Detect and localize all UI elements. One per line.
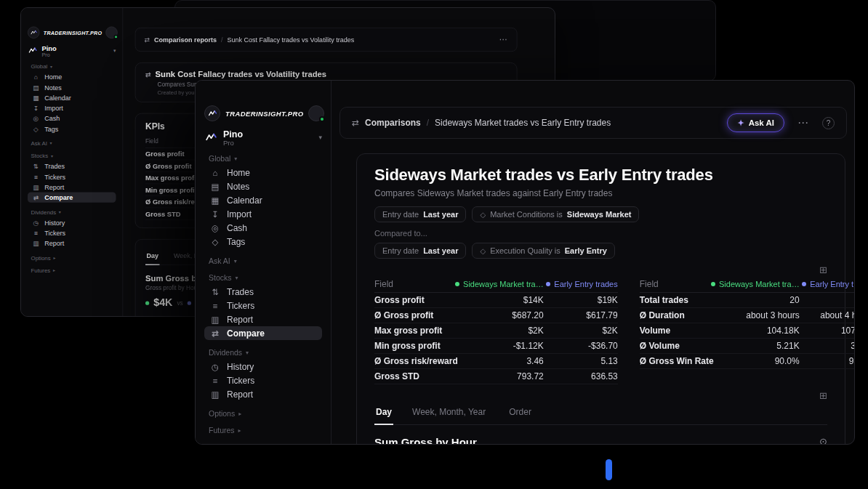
avatar-button[interactable] <box>106 27 118 39</box>
series-b-dot <box>546 282 550 286</box>
sidebar-item-tags[interactable]: ◇Tags <box>204 235 322 248</box>
sidebar-section-dividends[interactable]: Dividends▾ <box>209 348 318 357</box>
sidebar-item-tickers[interactable]: ≡Tickers <box>28 171 116 182</box>
kpi-row: Gross profit$14K$19K <box>374 293 618 308</box>
series-a-header: Sideways Market tra… <box>458 280 544 288</box>
sidebar-item-div-report[interactable]: ▥Report <box>28 238 116 248</box>
compare-icon: ⇄ <box>145 36 150 44</box>
sidebar-item-trades[interactable]: ⇅Trades <box>28 161 116 171</box>
series-a-header: Sideways Market tra… <box>714 280 800 288</box>
sidebar-section-ask-ai[interactable]: Ask AI▾ <box>209 256 318 265</box>
sidebar-item-compare[interactable]: ⇄Compare <box>204 326 322 340</box>
sidebar-section-dividends[interactable]: Dividends▾ <box>31 209 113 215</box>
sidebar-item-trades[interactable]: ⇅Trades <box>204 285 322 299</box>
breadcrumb-root[interactable]: Comparisons <box>365 118 421 128</box>
tab-day[interactable]: Day <box>374 407 393 425</box>
tab-order[interactable]: Order <box>507 407 533 424</box>
tab-week-month-year[interactable]: Week, Month, Year <box>411 407 487 424</box>
tags-icon: ◇ <box>32 125 40 133</box>
compared-to-label: Compared to... <box>374 229 827 238</box>
sidebar-item-report[interactable]: ▥Report <box>204 312 322 326</box>
chevron-right-icon: ▸ <box>53 267 55 272</box>
chart-tabs: Day Week, Month, Year Order <box>374 407 827 425</box>
calendar-icon: ▦ <box>210 195 220 206</box>
sidebar-section-stocks[interactable]: Stocks▾ <box>31 153 113 159</box>
chip-value: Last year <box>423 210 458 219</box>
sidebar-item-history[interactable]: ◷History <box>28 217 116 227</box>
workspace-switcher[interactable]: Pino Pro ▾ <box>28 44 116 57</box>
chevron-select-icon: ▾ <box>318 134 322 141</box>
sidebar-item-compare[interactable]: ⇄Compare <box>28 193 116 203</box>
report-card-title: Sunk Cost Fallacy trades vs Volatility t… <box>156 70 327 79</box>
sidebar-section-global[interactable]: Global▾ <box>31 63 113 70</box>
field-header: Field <box>374 279 458 289</box>
tickers-icon: ≡ <box>32 174 40 180</box>
chevron-down-icon: ▾ <box>50 141 52 146</box>
sidebar-item-tickers[interactable]: ≡Tickers <box>204 299 322 312</box>
ask-ai-button[interactable]: ✦ Ask AI <box>727 113 784 132</box>
sidebar-section-futures[interactable]: Futures▸ <box>31 267 113 273</box>
user-plan: Pro <box>223 140 313 147</box>
table-options-icon[interactable]: ⊞ <box>819 264 827 275</box>
sidebar-item-home[interactable]: ⌂Home <box>204 166 322 179</box>
primary-filters: Entry date Last year ◇ Market Conditions… <box>374 206 827 222</box>
chip-label: Entry date <box>382 210 419 219</box>
series-b-dot <box>188 301 191 304</box>
sidebar-section-options[interactable]: Options▸ <box>31 254 113 261</box>
series-a-dot <box>711 282 715 286</box>
kpi-row: Ø Gross profit$687.20$617.79 <box>374 308 618 323</box>
chevron-down-icon: ▾ <box>50 64 52 69</box>
sidebar-item-import[interactable]: ↧Import <box>204 207 322 221</box>
page-scrollbar-thumb[interactable] <box>606 459 612 480</box>
sidebar-item-tags[interactable]: ◇Tags <box>28 124 116 134</box>
sidebar-item-div-tickers[interactable]: ≡Tickers <box>204 373 322 387</box>
camera-icon[interactable]: ⊙ <box>819 436 827 445</box>
sparkle-icon: ✦ <box>737 118 744 128</box>
kpi-tables: Field Sideways Market tra… Early Entry t… <box>374 275 827 384</box>
table-options-icon[interactable]: ⊞ <box>819 390 827 401</box>
tickers-icon: ≡ <box>210 376 220 385</box>
sidebar: TRADERINSIGHT.PRO Pino Pro ▾ Global▾ ⌂Ho… <box>21 8 123 317</box>
breadcrumb-root[interactable]: Comparison reports <box>154 36 217 44</box>
sidebar-item-div-report[interactable]: ▥Report <box>204 387 322 401</box>
sidebar-item-cash[interactable]: ◎Cash <box>204 221 322 235</box>
sidebar-item-notes[interactable]: ▤Notes <box>204 179 322 193</box>
vs-label: vs <box>177 299 182 306</box>
kpi-row: Total trades2030 <box>640 293 855 308</box>
sidebar-item-history[interactable]: ◷History <box>204 360 322 373</box>
more-menu-button[interactable]: ⋯ <box>499 35 508 45</box>
sidebar-item-div-tickers[interactable]: ≡Tickers <box>28 227 116 238</box>
help-button[interactable]: ? <box>822 117 835 129</box>
avatar-button[interactable] <box>308 105 324 121</box>
sidebar-section-ask-ai[interactable]: Ask AI▾ <box>31 140 113 147</box>
chevron-right-icon: ▸ <box>53 255 55 260</box>
filter-chip-market-conditions[interactable]: ◇ Market Conditions is Sideways Market <box>472 206 639 222</box>
more-menu-button[interactable]: ⋯ <box>797 116 809 129</box>
workspace-logo-icon <box>28 46 38 55</box>
logo-icon <box>204 105 220 121</box>
sidebar-item-calendar[interactable]: ▦Calendar <box>204 193 322 207</box>
tab-day[interactable]: Day <box>145 251 160 265</box>
filter-chip-entry-date[interactable]: Entry date Last year <box>374 206 466 222</box>
main-area: ⇄ Comparisons / Sideways Market trades v… <box>331 81 854 444</box>
kpi-row: Min gross profit-$1.12K-$36.70 <box>374 339 618 354</box>
online-status-dot <box>114 35 118 39</box>
sidebar-section-futures[interactable]: Futures▸ <box>209 426 318 435</box>
sidebar-item-home[interactable]: ⌂Home <box>28 72 116 82</box>
sidebar-item-cash[interactable]: ◎Cash <box>28 113 116 124</box>
kpi-row: Ø Durationabout 3 hoursabout 4 hours <box>640 308 855 323</box>
sidebar: TRADERINSIGHT.PRO Pino Pro ▾ Global▾ ⌂Ho… <box>196 81 331 444</box>
sidebar-section-stocks[interactable]: Stocks▾ <box>209 273 318 282</box>
filter-chip-entry-date-2[interactable]: Entry date Last year <box>374 243 466 259</box>
sidebar-item-report[interactable]: ▥Report <box>28 182 116 192</box>
report-title: Sideways Market trades vs Early Entry tr… <box>374 166 827 185</box>
sidebar-item-calendar[interactable]: ▦Calendar <box>28 92 116 102</box>
desktop: TRADERINSIGHT.PRO Pino Pro ▾ Global▾ ⌂Ho… <box>0 0 868 489</box>
workspace-switcher[interactable]: Pino Pro ▾ <box>204 129 322 146</box>
filter-chip-execution-quality[interactable]: ◇ Execution Quality is Early Entry <box>472 243 614 259</box>
sidebar-section-options[interactable]: Options▸ <box>209 409 318 418</box>
sidebar-item-notes[interactable]: ▤Notes <box>28 82 116 92</box>
kpi-row: Ø Gross risk/reward3.465.13 <box>374 354 618 369</box>
sidebar-item-import[interactable]: ↧Import <box>28 103 116 113</box>
sidebar-section-global[interactable]: Global▾ <box>209 154 318 163</box>
